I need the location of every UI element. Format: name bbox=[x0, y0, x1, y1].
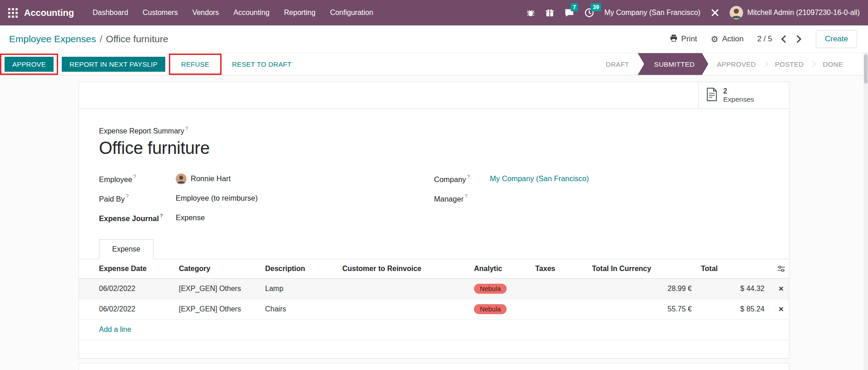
add-a-line-link[interactable]: Add a line bbox=[99, 326, 131, 333]
cell-category[interactable]: [EXP_GEN] Others bbox=[174, 279, 261, 299]
optional-columns-header-cell bbox=[769, 259, 789, 279]
cell-total[interactable]: $ 85.24 bbox=[696, 299, 769, 320]
form-view: 2 Expenses Expense Report Summary? Offic… bbox=[0, 75, 868, 370]
apps-grid-icon[interactable] bbox=[0, 8, 24, 18]
activities-clock-icon[interactable]: 39 bbox=[584, 8, 594, 18]
cell-taxes[interactable] bbox=[531, 299, 587, 320]
company-switcher[interactable]: My Company (San Francisco) bbox=[604, 9, 700, 17]
state-approved[interactable]: APPROVED bbox=[709, 60, 764, 68]
col-category[interactable]: Category bbox=[174, 259, 261, 279]
scrollbar-thumb[interactable] bbox=[864, 54, 868, 84]
activities-badge: 39 bbox=[591, 3, 601, 11]
cell-customer-to-reinvoice[interactable] bbox=[338, 279, 469, 299]
expenses-smart-button[interactable]: 2 Expenses bbox=[698, 82, 789, 109]
top-navbar: Accounting Dashboard Customers Vendors A… bbox=[0, 0, 868, 25]
messages-icon[interactable]: 7 bbox=[564, 8, 574, 18]
statusbar-row: APPROVE REPORT IN NEXT PAYSLIP REFUSE RE… bbox=[0, 53, 868, 75]
create-button[interactable]: Create bbox=[816, 30, 857, 48]
gift-icon[interactable] bbox=[545, 8, 554, 17]
cell-description[interactable]: Lamp bbox=[261, 279, 338, 299]
main-menu: Dashboard Customers Vendors Accounting R… bbox=[86, 5, 380, 21]
cell-analytic[interactable]: Nebula bbox=[469, 299, 531, 320]
menu-dashboard[interactable]: Dashboard bbox=[86, 5, 135, 21]
col-description[interactable]: Description bbox=[261, 259, 338, 279]
refuse-button[interactable]: REFUSE bbox=[173, 57, 217, 72]
help-icon: ? bbox=[126, 193, 128, 199]
user-name: Mitchell Admin (21097230-16-0-all) bbox=[747, 9, 860, 17]
menu-customers[interactable]: Customers bbox=[136, 5, 184, 21]
messages-badge: 7 bbox=[571, 3, 578, 11]
form-sheet: 2 Expenses Expense Report Summary? Offic… bbox=[79, 82, 789, 359]
gear-icon: ⚙ bbox=[711, 35, 719, 44]
debug-bug-icon[interactable] bbox=[526, 8, 535, 17]
smart-button-count: 2 bbox=[723, 87, 754, 95]
refuse-highlight-annotation: REFUSE bbox=[169, 54, 222, 75]
cell-customer-to-reinvoice[interactable] bbox=[338, 299, 469, 320]
employee-value[interactable]: Ronnie Hart bbox=[176, 173, 231, 184]
add-line-row: Add a line bbox=[79, 320, 789, 340]
pager-next-button[interactable] bbox=[795, 34, 802, 44]
tools-wrench-icon[interactable] bbox=[710, 8, 720, 17]
col-total-in-currency[interactable]: Total In Currency bbox=[587, 259, 696, 279]
vertical-scrollbar[interactable] bbox=[863, 53, 868, 370]
menu-accounting[interactable]: Accounting bbox=[227, 5, 276, 21]
field-employee: Employee? Ronnie Hart bbox=[99, 173, 434, 185]
col-analytic[interactable]: Analytic bbox=[469, 259, 531, 279]
cell-total[interactable]: $ 44.32 bbox=[696, 279, 769, 299]
expenses-document-icon bbox=[706, 88, 718, 103]
tab-expense[interactable]: Expense bbox=[99, 239, 153, 259]
paid-by-value[interactable]: Employee (to reimburse) bbox=[176, 194, 258, 202]
col-taxes[interactable]: Taxes bbox=[531, 259, 587, 279]
user-menu[interactable]: Mitchell Admin (21097230-16-0-all) bbox=[730, 6, 860, 20]
cell-delete: × bbox=[769, 279, 789, 299]
analytic-tag[interactable]: Nebula bbox=[474, 304, 507, 314]
cell-taxes[interactable] bbox=[531, 279, 587, 299]
menu-reporting[interactable]: Reporting bbox=[277, 5, 322, 21]
cell-total-in-currency[interactable]: 28.99 € bbox=[587, 279, 696, 299]
expense-line-row[interactable]: 06/02/2022 [EXP_GEN] Others Lamp Nebula … bbox=[79, 279, 789, 299]
menu-configuration[interactable]: Configuration bbox=[323, 5, 380, 21]
state-done[interactable]: DONE bbox=[815, 60, 851, 68]
pager-previous-button[interactable] bbox=[780, 34, 787, 44]
state-submitted[interactable]: SUBMITTED bbox=[638, 53, 708, 75]
col-total[interactable]: Total bbox=[696, 259, 769, 279]
state-posted[interactable]: POSTED bbox=[767, 60, 811, 68]
delete-row-icon[interactable]: × bbox=[777, 284, 785, 293]
cell-description[interactable]: Chairs bbox=[261, 299, 338, 320]
approve-button[interactable]: APPROVE bbox=[5, 57, 54, 72]
manager-label: Manager? bbox=[434, 194, 490, 203]
expense-journal-value[interactable]: Expense bbox=[176, 213, 205, 222]
breadcrumb-parent[interactable]: Employee Expenses bbox=[9, 34, 96, 44]
delete-row-icon[interactable]: × bbox=[777, 305, 785, 313]
analytic-tag[interactable]: Nebula bbox=[474, 284, 507, 294]
printer-icon bbox=[670, 34, 678, 44]
pager-value: 2 / 5 bbox=[757, 35, 772, 44]
app-name[interactable]: Accounting bbox=[24, 8, 74, 18]
field-company: Company? My Company (San Francisco) bbox=[434, 173, 769, 185]
cell-category[interactable]: [EXP_GEN] Others bbox=[174, 299, 261, 320]
col-customer-to-reinvoice[interactable]: Customer to Reinvoice bbox=[338, 259, 469, 279]
company-value[interactable]: My Company (San Francisco) bbox=[490, 174, 589, 183]
expense-line-row[interactable]: 06/02/2022 [EXP_GEN] Others Chairs Nebul… bbox=[79, 299, 789, 320]
field-manager: Manager? bbox=[434, 192, 769, 204]
cell-analytic[interactable]: Nebula bbox=[469, 279, 531, 299]
cell-total-in-currency[interactable]: 55.75 € bbox=[587, 299, 696, 320]
optional-columns-icon[interactable] bbox=[774, 265, 785, 272]
record-title[interactable]: Office furniture bbox=[99, 138, 769, 158]
breadcrumb-separator: / bbox=[99, 34, 102, 44]
expense-journal-label: Expense Journal? bbox=[99, 213, 176, 223]
col-expense-date[interactable]: Expense Date bbox=[79, 259, 174, 279]
notebook-tabs: Expense bbox=[79, 239, 789, 259]
state-draft[interactable]: DRAFT bbox=[598, 60, 637, 68]
action-button[interactable]: ⚙ Action bbox=[711, 35, 744, 44]
menu-vendors[interactable]: Vendors bbox=[186, 5, 226, 21]
print-button[interactable]: Print bbox=[670, 34, 697, 44]
reset-to-draft-button[interactable]: RESET TO DRAFT bbox=[224, 57, 299, 72]
help-icon: ? bbox=[464, 193, 467, 199]
help-icon: ? bbox=[160, 213, 163, 218]
pager: 2 / 5 bbox=[757, 34, 802, 44]
statusbar: DRAFT SUBMITTED APPROVED POSTED DONE bbox=[598, 53, 851, 75]
report-in-next-payslip-button[interactable]: REPORT IN NEXT PAYSLIP bbox=[62, 57, 165, 72]
cell-expense-date[interactable]: 06/02/2022 bbox=[79, 279, 174, 299]
cell-expense-date[interactable]: 06/02/2022 bbox=[79, 299, 174, 320]
